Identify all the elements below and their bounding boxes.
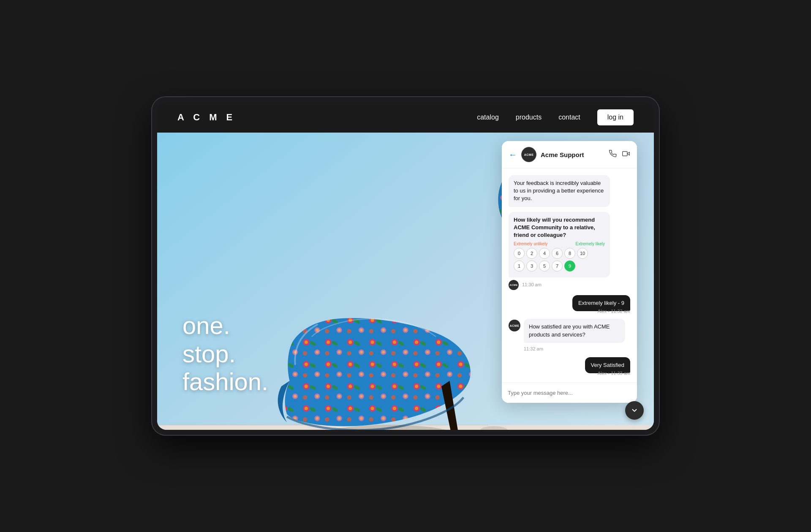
chat-widget: ← ACME Acme Support	[502, 141, 637, 403]
tagline-line3: fashion.	[182, 368, 268, 396]
nps-label-unlikely: Extremely unlikely	[514, 242, 548, 246]
bot-message-2-time: 11:32 am	[524, 346, 543, 351]
nav-products[interactable]: products	[516, 114, 542, 121]
nps-btn-6[interactable]: 6	[552, 248, 563, 259]
chat-back-button[interactable]: ←	[509, 150, 517, 159]
bot-avatar-nps: ACME	[509, 280, 519, 290]
bot-message-2-row: ACME How satisfied are you with ACME pro…	[509, 319, 630, 342]
chat-header: ← ACME Acme Support	[502, 141, 637, 168]
nps-label-likely: Extremely likely	[576, 242, 605, 246]
device-screen: A C M E catalog products contact log in	[157, 102, 654, 430]
chat-support-avatar: ACME	[521, 147, 536, 162]
svg-marker-13	[627, 152, 629, 155]
chat-message-input[interactable]	[508, 387, 631, 399]
nps-btn-4[interactable]: 4	[539, 248, 550, 259]
bot-message-1: Your feedback is incredibly valuable to …	[509, 175, 610, 207]
nps-question: How likely will you recommend ACME Commu…	[514, 216, 605, 239]
nps-btn-7[interactable]: 7	[552, 261, 563, 271]
nps-labels: Extremely unlikely Extremely likely	[514, 242, 605, 246]
nps-btn-0[interactable]: 0	[514, 248, 525, 259]
phone-icon[interactable]	[609, 150, 617, 160]
scroll-down-button[interactable]	[625, 401, 644, 420]
nps-bubble: How likely will you recommend ACME Commu…	[509, 212, 610, 278]
nps-row-even: 0 2 4 6 8 10	[514, 248, 605, 259]
user-message-1-wrapper: Extremely likely - 9 Alex • 11:32 am	[509, 295, 630, 314]
nps-btn-8[interactable]: 8	[564, 248, 575, 259]
bot-message-2-wrapper: ACME How satisfied are you with ACME pro…	[509, 319, 630, 352]
nps-btn-10[interactable]: 10	[577, 248, 588, 259]
logo: A C M E	[177, 112, 236, 123]
navbar: A C M E catalog products contact log in	[157, 102, 654, 133]
chat-header-actions	[609, 150, 630, 160]
bot-message-1-text: Your feedback is incredibly valuable to …	[514, 179, 605, 203]
chat-support-name: Acme Support	[541, 151, 605, 158]
device-frame: A C M E catalog products contact log in	[152, 97, 659, 435]
nps-btn-9[interactable]: 9	[564, 261, 575, 271]
nps-btn-1[interactable]: 1	[514, 261, 525, 271]
user-message-1-text: Extremely likely - 9	[578, 299, 624, 307]
nav-contact[interactable]: contact	[558, 114, 580, 121]
chat-messages-area: Your feedback is incredibly valuable to …	[502, 168, 637, 383]
login-button[interactable]: log in	[597, 109, 634, 125]
user-message-1-time: Alex • 11:32 am	[509, 309, 630, 314]
tagline-line2: stop.	[182, 340, 268, 368]
bot-nps-message: How likely will you recommend ACME Commu…	[509, 212, 630, 290]
nps-row-odd: 1 3 5 7 9	[514, 261, 605, 271]
bot-message-2-text: How satisfied are you with ACME products…	[529, 323, 620, 338]
bot-message-2-time-row: 11:32 am	[524, 345, 630, 352]
user-message-2-time: Alex • 11:33 am	[509, 371, 630, 376]
tagline-line1: one.	[182, 312, 268, 340]
nps-btn-3[interactable]: 3	[526, 261, 537, 271]
user-message-2-wrapper: Very Satisfied Alex • 11:33 am	[509, 357, 630, 376]
nps-time-row: ACME 11:30 am	[509, 279, 630, 290]
website: A C M E catalog products contact log in	[157, 102, 654, 430]
bot-message-2: How satisfied are you with ACME products…	[524, 319, 625, 342]
nps-time: 11:30 am	[522, 282, 542, 287]
hero-section: one. stop. fashion. ← ACME Acme Support	[157, 133, 654, 430]
hero-tagline: one. stop. fashion.	[182, 312, 268, 396]
nps-btn-5[interactable]: 5	[539, 261, 550, 271]
nav-links: catalog products contact log in	[477, 109, 634, 125]
user-message-2-text: Very Satisfied	[591, 361, 625, 369]
nps-btn-2[interactable]: 2	[526, 248, 537, 259]
chat-input-area	[502, 383, 637, 403]
nav-catalog[interactable]: catalog	[477, 114, 499, 121]
bot-avatar-2: ACME	[509, 320, 520, 331]
svg-rect-14	[623, 151, 627, 156]
video-icon[interactable]	[622, 150, 630, 160]
